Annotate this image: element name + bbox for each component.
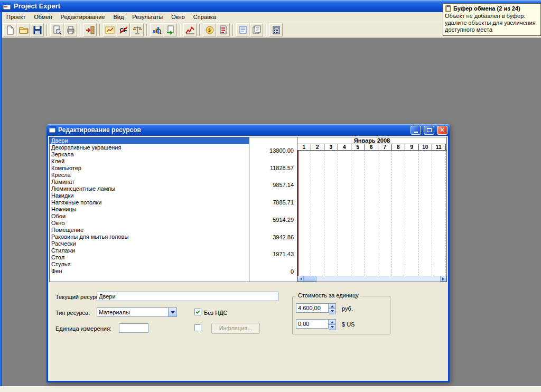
- list-item[interactable]: Обои: [50, 213, 249, 220]
- list-item[interactable]: Зеркала: [50, 151, 249, 158]
- list-item[interactable]: Ламинат: [50, 179, 249, 185]
- chart-plot: [297, 151, 446, 276]
- toolbar-print-preview-button[interactable]: [50, 23, 63, 36]
- spin-up-button[interactable]: [329, 319, 336, 324]
- menu-view[interactable]: Вид: [109, 13, 128, 22]
- toolbar-balance-button[interactable]: [130, 23, 144, 36]
- toolbar-save-button[interactable]: [31, 23, 44, 36]
- list-item[interactable]: Двери: [50, 137, 249, 144]
- no-vat-checkbox[interactable]: [194, 309, 201, 315]
- cost-rub-input[interactable]: [296, 303, 329, 313]
- save-icon: [33, 25, 42, 35]
- chart-day-header: 6: [365, 144, 379, 150]
- chart-day-header: 3: [324, 144, 338, 150]
- menu-exchange[interactable]: Обмен: [30, 13, 56, 22]
- resource-type-combo[interactable]: Материалы: [97, 307, 177, 317]
- scroll-left-button[interactable]: [297, 276, 304, 282]
- list-item[interactable]: Люминсцентные лампы: [50, 185, 249, 192]
- toolbar-print-button[interactable]: [64, 23, 77, 36]
- unit-label: Единица измерения:: [55, 325, 111, 332]
- menu-window[interactable]: Окно: [167, 13, 189, 22]
- graph-icon: [185, 25, 195, 35]
- cost-usd-currency: $ US: [342, 321, 355, 328]
- list-item[interactable]: Клей: [50, 158, 249, 165]
- list-item[interactable]: Накидки: [50, 192, 249, 199]
- list-item[interactable]: Стилажи: [50, 247, 249, 254]
- list-item[interactable]: Стулья: [50, 261, 249, 268]
- inflation-checkbox[interactable]: [194, 324, 201, 331]
- toolbar-text-report-button[interactable]: [236, 23, 249, 36]
- menu-results[interactable]: Результаты: [128, 13, 167, 22]
- list-item[interactable]: Помещение: [50, 227, 249, 234]
- dialog-titlebar[interactable]: Редактирование ресурсов ×: [46, 124, 450, 136]
- toolbar-cashflow-button[interactable]: CF: [117, 23, 130, 36]
- list-item[interactable]: Раковины для мытья головы: [50, 234, 249, 240]
- scrollbar-thumb[interactable]: [304, 276, 316, 282]
- chart-horizontal-scrollbar[interactable]: [297, 276, 446, 282]
- cost-usd-input[interactable]: [296, 319, 329, 329]
- toolbar-money-chart-button[interactable]: [103, 23, 116, 36]
- current-resource-input[interactable]: [97, 292, 278, 301]
- maximize-button[interactable]: [424, 126, 434, 135]
- scrollbar-track[interactable]: [316, 276, 440, 282]
- toolbar-new-button[interactable]: [3, 23, 16, 36]
- dialog-body: Двери Декоративные украшения Зеркала Кле…: [46, 136, 450, 382]
- list-item[interactable]: Декоративные украшения: [50, 144, 249, 151]
- list-item[interactable]: Стол: [50, 254, 249, 261]
- minimize-button[interactable]: [411, 126, 421, 135]
- cost-rub-currency: руб.: [342, 305, 353, 312]
- cost-usd-spinner[interactable]: [296, 319, 336, 329]
- spin-down-button[interactable]: [329, 309, 336, 314]
- combo-dropdown-button[interactable]: [168, 308, 176, 316]
- spin-up-button[interactable]: [329, 303, 336, 309]
- app-icon: [3, 2, 11, 11]
- toolbar-open-button[interactable]: [17, 23, 30, 36]
- chart-day-header: 4: [338, 144, 352, 150]
- scroll-right-button[interactable]: [440, 276, 446, 282]
- unit-input[interactable]: [119, 323, 148, 333]
- toolbar-page-export-button[interactable]: [164, 23, 177, 36]
- clipboard-icon: [445, 5, 452, 12]
- list-item[interactable]: Кресла: [50, 172, 249, 179]
- money-chart-icon: [105, 25, 115, 35]
- chart-day-header: 10: [419, 144, 433, 150]
- balance-icon: [133, 25, 142, 35]
- chart-day-header: 1: [297, 144, 311, 150]
- toolbar-graph-button[interactable]: [183, 23, 197, 36]
- cost-rub-spinner[interactable]: [296, 303, 336, 313]
- chevron-down-icon: [171, 311, 175, 316]
- toolbar-money-button[interactable]: $: [203, 23, 216, 36]
- toolbar-separator: [99, 24, 100, 36]
- close-button[interactable]: ×: [437, 126, 447, 135]
- list-item[interactable]: Компьютер: [50, 165, 249, 172]
- list-item[interactable]: Окно: [50, 220, 249, 227]
- menu-project[interactable]: Проект: [2, 13, 30, 22]
- toolbar-calculator-button[interactable]: [269, 23, 283, 36]
- spin-down-button[interactable]: [329, 324, 336, 330]
- list-item[interactable]: Расчески: [50, 240, 249, 247]
- toolbar-separator: [80, 24, 81, 36]
- toolbar-red-report-button[interactable]: [217, 23, 230, 36]
- exit-icon: [86, 25, 95, 35]
- toolbar-separator: [180, 24, 181, 36]
- list-item[interactable]: Фен: [50, 268, 249, 275]
- list-item[interactable]: Натяжные потолки: [50, 199, 249, 206]
- toolbar-separator: [266, 24, 267, 36]
- toolbar-exit-button[interactable]: [83, 23, 97, 36]
- spin-buttons: [329, 303, 336, 313]
- spin-buttons: [329, 319, 336, 329]
- toolbar-analysis-button[interactable]: [150, 23, 163, 36]
- menu-edit[interactable]: Редактирование: [57, 13, 109, 22]
- chart-day-header: 11: [432, 144, 446, 150]
- toolbar-separator: [146, 24, 147, 36]
- list-item[interactable]: Ножницы: [50, 206, 249, 213]
- chart-day-header: 5: [351, 144, 365, 150]
- menu-help[interactable]: Справка: [189, 13, 220, 22]
- y-axis-value: 11828.57: [270, 165, 294, 171]
- analysis-icon: [152, 25, 162, 35]
- inflation-button[interactable]: Инфляция...: [211, 323, 260, 334]
- toolbar-notes-button[interactable]: [250, 23, 263, 36]
- y-axis-value: 3942.86: [273, 234, 294, 240]
- resource-type-label: Тип ресурса:: [55, 310, 90, 316]
- resource-list[interactable]: Двери Декоративные украшения Зеркала Кле…: [49, 137, 249, 282]
